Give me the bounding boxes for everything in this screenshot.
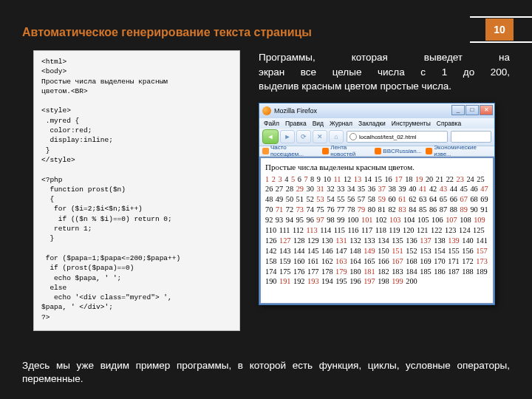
menu-view[interactable]: Вид (313, 120, 324, 127)
address-bar[interactable]: localhost/test_02.html (347, 131, 448, 143)
maximize-button[interactable]: □ (466, 105, 479, 115)
search-box[interactable] (451, 131, 491, 143)
folder-icon (262, 148, 269, 154)
menu-tools[interactable]: Инструменты (392, 120, 431, 127)
browser-titlebar: Mozilla Firefox _ □ ✕ (259, 103, 494, 118)
code-block: <html> <body> Простые числа выделены кра… (33, 50, 240, 331)
browser-menubar: Файл Правка Вид Журнал Закладки Инструме… (259, 118, 494, 129)
bookmark-item[interactable]: Лента новостей (322, 144, 370, 157)
menu-edit[interactable]: Правка (285, 120, 307, 127)
description-top: Программы, которая выведет на экран все … (259, 50, 510, 103)
globe-icon (349, 133, 357, 140)
right-column: Программы, которая выведет на экран все … (259, 50, 510, 331)
desc-line: экран все целые числа с 1 до 200, (259, 66, 510, 78)
bookmark-label: Экономические изве... (434, 144, 491, 157)
back-button[interactable]: ◄ (262, 129, 279, 144)
content-row: <html> <body> Простые числа выделены кра… (0, 39, 532, 331)
rss-icon (426, 148, 432, 154)
bottom-description: Здесь мы уже видим пример программы, в к… (22, 359, 510, 386)
forward-button[interactable]: ► (280, 130, 295, 143)
browser-viewport: Простые числа выделены красным цветом. 1… (259, 157, 494, 304)
bookmark-item[interactable]: Экономические изве... (426, 144, 491, 157)
browser-toolbar: ◄ ► ⟳ ✕ ⌂ localhost/test_02.html (259, 129, 494, 146)
numbers-output: 1 2 3 4 5 6 7 8 9 10 11 12 13 14 15 16 1… (265, 174, 488, 287)
minimize-button[interactable]: _ (451, 105, 465, 115)
desc-line: Программы, которая выведет на (259, 52, 510, 63)
window-controls: _ □ ✕ (451, 105, 493, 115)
slide-title: Автоматическое генерирование текста стра… (0, 0, 532, 39)
page-heading: Простые числа выделены красным цветом. (265, 162, 488, 173)
bookmarks-toolbar: Часто посещаем... Лента новостей BBCRuss… (259, 146, 494, 157)
rss-icon (322, 148, 329, 154)
reload-button[interactable]: ⟳ (296, 130, 311, 143)
firefox-icon (262, 106, 271, 115)
stop-button[interactable]: ✕ (313, 130, 327, 143)
window-title: Mozilla Firefox (274, 107, 317, 115)
close-button[interactable]: ✕ (480, 105, 493, 115)
menu-history[interactable]: Журнал (330, 120, 352, 127)
menu-bookmarks[interactable]: Закладки (358, 120, 386, 127)
browser-window: Mozilla Firefox _ □ ✕ Файл Правка Вид Жу… (259, 103, 495, 305)
home-button[interactable]: ⌂ (329, 130, 344, 143)
menu-help[interactable]: Справка (437, 120, 461, 127)
bookmark-label: BBCRussian... (383, 148, 421, 154)
bookmark-item[interactable]: Часто посещаем... (262, 144, 318, 157)
desc-line: выделив красным цветом простые числа. (259, 79, 510, 94)
menu-file[interactable]: Файл (264, 120, 279, 127)
rss-icon (375, 148, 381, 154)
page-number-badge: 10 (485, 18, 514, 41)
bookmark-item[interactable]: BBCRussian... (375, 148, 421, 154)
bookmark-label: Часто посещаем... (270, 144, 318, 157)
address-text: localhost/test_02.html (359, 134, 416, 140)
bookmark-label: Лента новостей (330, 144, 370, 157)
